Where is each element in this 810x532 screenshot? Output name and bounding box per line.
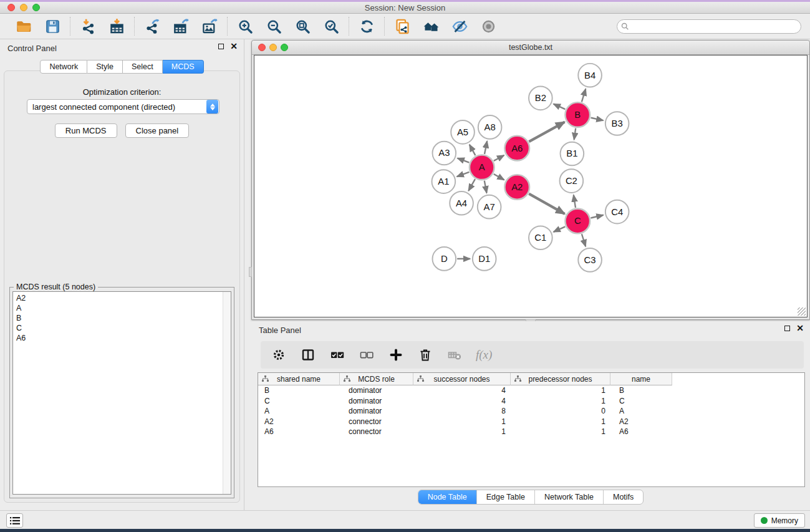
graph-edge-B-B2[interactable] (554, 104, 566, 110)
eye-icon[interactable] (480, 17, 497, 35)
graph-edge-B-B1[interactable] (574, 128, 576, 140)
table-cell[interactable]: A (258, 407, 340, 415)
table-cell[interactable]: A6 (610, 427, 672, 436)
split-columns-icon[interactable] (300, 347, 316, 363)
graph-edge-A-A6[interactable] (494, 155, 504, 161)
table-cell[interactable]: dominator (340, 407, 413, 415)
tab-network[interactable]: Network (40, 60, 87, 74)
task-history-button[interactable] (6, 513, 23, 528)
hide-graphics-details-icon[interactable] (451, 17, 468, 35)
graph-node-A3[interactable]: A3 (433, 142, 456, 165)
tab-select[interactable]: Select (123, 60, 163, 74)
table-cell[interactable]: C (610, 397, 672, 405)
graph-node-C2[interactable]: C2 (560, 169, 584, 193)
save-session-icon[interactable] (44, 17, 61, 35)
criterion-select[interactable]: largest connected component (directed) (27, 99, 219, 114)
table-row[interactable]: Bdominator41B (258, 385, 804, 396)
table-cell[interactable]: A6 (258, 427, 340, 436)
float-panel-icon[interactable] (218, 44, 224, 49)
tab-mcds[interactable]: MCDS (163, 60, 204, 74)
search-input[interactable] (617, 19, 801, 34)
export-image-icon[interactable] (201, 17, 218, 35)
refresh-layout-icon[interactable] (358, 17, 375, 35)
table-cell[interactable]: dominator (340, 397, 413, 405)
open-session-icon[interactable] (15, 17, 32, 35)
graph-node-B2[interactable]: B2 (529, 87, 552, 110)
delete-table-icon[interactable] (446, 347, 463, 363)
column-header-predecessor-nodes[interactable]: predecessor nodes (511, 373, 610, 385)
mcds-result-item[interactable]: A6 (16, 333, 231, 343)
graph-edge-A-A8[interactable] (485, 141, 487, 154)
gear-icon[interactable] (271, 347, 287, 363)
graph-edge-A-A5[interactable] (470, 145, 475, 155)
graph-node-B1[interactable]: B1 (561, 142, 584, 166)
table-row[interactable]: Cdominator41C (258, 396, 804, 407)
table-cell[interactable]: 1 (511, 427, 610, 436)
table-cell[interactable]: 4 (413, 386, 511, 395)
zoom-in-icon[interactable] (236, 17, 254, 35)
graph-node-C4[interactable]: C4 (605, 200, 629, 224)
graph-edge-A-A1[interactable] (457, 172, 470, 177)
graph-edge-C-C1[interactable] (554, 226, 566, 232)
network-window-titlebar[interactable]: testGlobe.txt (252, 41, 809, 55)
graph-node-A2[interactable]: A2 (504, 175, 529, 200)
table-cell[interactable]: 0 (511, 407, 610, 415)
run-mcds-button[interactable]: Run MCDS (55, 123, 117, 138)
graph-node-C[interactable]: C (565, 209, 590, 234)
mcds-result-scrollbar[interactable] (223, 292, 231, 494)
mcds-result-item[interactable]: A (16, 303, 231, 313)
table-cell[interactable]: A2 (258, 417, 340, 426)
table-cell[interactable]: 1 (413, 427, 511, 436)
tab-motifs[interactable]: Motifs (603, 490, 643, 504)
graph-node-A6[interactable]: A6 (504, 136, 529, 161)
memory-button[interactable]: Memory (754, 513, 805, 528)
table-row[interactable]: Adominator80A (258, 406, 804, 417)
graph-node-A8[interactable]: A8 (478, 115, 502, 139)
table-cell[interactable]: 1 (511, 386, 610, 395)
graph-edge-A-A3[interactable] (458, 158, 470, 163)
graph-edge-A-A2[interactable] (494, 174, 504, 180)
graph-node-A4[interactable]: A4 (450, 191, 473, 215)
mcds-result-item[interactable]: C (16, 323, 231, 333)
table-cell[interactable]: 1 (511, 417, 610, 426)
table-cell[interactable]: 1 (413, 417, 511, 426)
mcds-result-item[interactable]: A2 (16, 293, 231, 303)
graph-edge-C-C4[interactable] (591, 215, 603, 218)
table-cell[interactable]: dominator (340, 386, 413, 395)
copy-network-icon[interactable] (393, 17, 411, 35)
close-panel-button[interactable]: Close panel (125, 123, 190, 138)
table-cell[interactable]: A2 (610, 417, 672, 426)
table-cell[interactable]: 4 (413, 397, 511, 405)
select-all-icon[interactable] (329, 347, 345, 363)
graph-node-C1[interactable]: C1 (529, 226, 552, 249)
table-cell[interactable]: 8 (413, 407, 511, 415)
close-panel-icon[interactable]: ✕ (230, 43, 238, 50)
graph-edge-A-A4[interactable] (468, 179, 475, 191)
close-panel-icon[interactable]: ✕ (796, 325, 804, 332)
network-graph[interactable]: B4B2BB3A8A5A6A3B1AA1C2A2A4A7C4CC1C3DD1 (254, 56, 807, 317)
table-cell[interactable]: connector (340, 427, 413, 436)
function-builder-icon[interactable]: f(x) (476, 348, 492, 362)
delete-column-icon[interactable] (417, 347, 433, 363)
column-header-MCDS-role[interactable]: MCDS role (340, 373, 413, 385)
graph-node-A7[interactable]: A7 (478, 195, 501, 219)
graph-edge-C-C3[interactable] (582, 234, 586, 246)
deselect-all-icon[interactable] (359, 347, 375, 363)
network-canvas[interactable]: B4B2BB3A8A5A6A3B1AA1C2A2A4A7C4CC1C3DD1 (254, 55, 808, 317)
graph-edge-B-B3[interactable] (591, 118, 604, 120)
column-header-name[interactable]: name (610, 373, 672, 385)
graph-node-B4[interactable]: B4 (578, 64, 602, 87)
mcds-result-listbox[interactable]: A2ABCA6 (12, 291, 231, 495)
tab-edge-table[interactable]: Edge Table (476, 490, 534, 504)
home-icon[interactable] (422, 17, 440, 35)
export-table-icon[interactable] (172, 17, 190, 35)
graph-node-A1[interactable]: A1 (432, 170, 456, 193)
tab-style[interactable]: Style (87, 60, 123, 74)
table-cell[interactable]: connector (340, 417, 413, 426)
splitter-handle[interactable] (249, 267, 252, 277)
tab-node-table[interactable]: Node Table (418, 490, 476, 504)
graph-edge-C-C2[interactable] (574, 195, 576, 208)
graph-node-A[interactable]: A (470, 155, 494, 180)
graph-edge-A6-B[interactable] (529, 122, 564, 142)
graph-node-D[interactable]: D (433, 247, 456, 271)
